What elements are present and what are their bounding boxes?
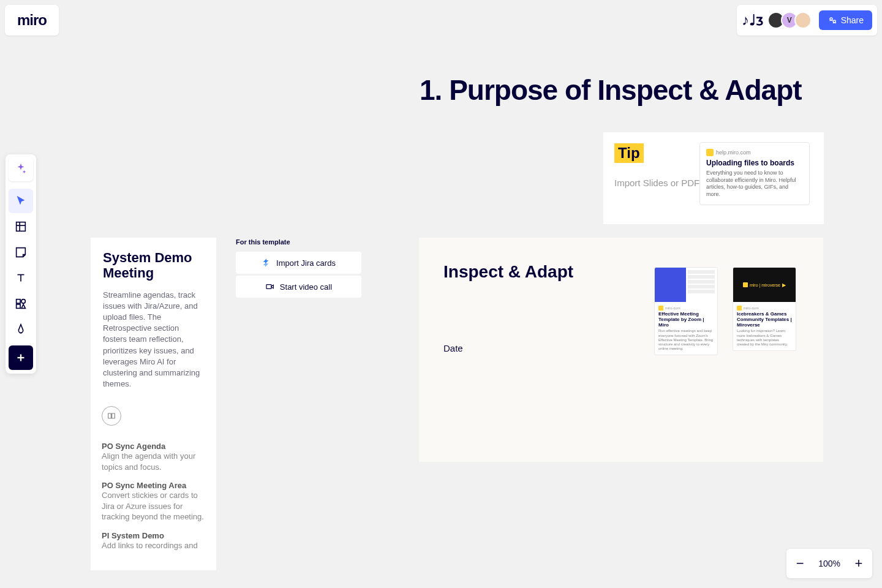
card-title: System Demo Meeting <box>103 250 204 281</box>
avatar[interactable] <box>794 12 812 29</box>
import-jira-button[interactable]: Import Jira cards <box>236 252 361 274</box>
pen-tool[interactable] <box>9 317 33 342</box>
thumb-label: miro | miroverse <box>743 282 786 288</box>
card-title: Effective Meeting Template by Zoom | Mir… <box>658 312 714 328</box>
card-desc: Run effective meetings and keep everyone… <box>658 329 714 351</box>
share-button[interactable]: Share <box>819 10 872 30</box>
agenda-card[interactable]: PO Sync Agenda Align the agenda with you… <box>91 395 216 570</box>
card-title: Icebreakers & Games Community Templates … <box>737 312 792 328</box>
share-icon <box>827 15 837 25</box>
select-tool[interactable] <box>9 189 33 213</box>
card-desc: Looking for inspiration? Learn more Iceb… <box>737 329 792 347</box>
template-label: For this template <box>236 238 290 246</box>
zoom-out-button[interactable]: − <box>793 556 807 571</box>
collaborator-avatars[interactable]: V <box>771 12 812 29</box>
agenda-item: PO Sync Agenda Align the agenda with you… <box>102 442 205 472</box>
zoom-controls: − 100% + <box>786 549 872 578</box>
add-tool[interactable] <box>9 345 33 370</box>
help-card[interactable]: help.miro.com Uploading files to boards … <box>699 142 810 205</box>
logo-box[interactable]: miro <box>5 5 59 36</box>
agenda-desc: Add links to recordings and <box>102 540 205 551</box>
agenda-title: PO Sync Agenda <box>102 442 205 451</box>
share-label: Share <box>841 15 864 25</box>
agenda-desc: Align the agenda with your topics and fo… <box>102 451 205 472</box>
template-card[interactable]: miro | miroverse miro.com Icebreakers & … <box>733 267 796 351</box>
card-desc: Streamline agendas, track issues with Ji… <box>103 290 204 390</box>
agenda-desc: Convert stickies or cards to Jira or Azu… <box>102 490 205 522</box>
btn-label: Import Jira cards <box>276 258 336 268</box>
btn-label: Start video call <box>280 282 332 292</box>
ai-tool[interactable] <box>9 157 33 181</box>
video-icon <box>265 282 275 292</box>
topbar: ♪♩ᴣ V Share <box>737 5 877 36</box>
sticky-tool[interactable] <box>9 240 33 265</box>
agenda-title: PI System Demo <box>102 531 205 540</box>
svg-point-8 <box>21 300 25 303</box>
toolbar <box>6 154 36 374</box>
card-source: miro.com <box>737 306 792 311</box>
frame-tool[interactable] <box>9 214 33 239</box>
card-source: miro.com <box>658 306 714 311</box>
book-icon <box>102 406 121 426</box>
help-title: Uploading files to boards <box>706 159 803 167</box>
template-card[interactable]: miro.com Effective Meeting Template by Z… <box>654 267 718 355</box>
jira-icon <box>262 258 271 268</box>
agenda-title: PO Sync Meeting Area <box>102 481 205 490</box>
svg-rect-7 <box>17 300 20 303</box>
reactions-icon[interactable]: ♪♩ᴣ <box>742 12 764 29</box>
text-tool[interactable] <box>9 266 33 290</box>
help-url: help.miro.com <box>706 149 803 156</box>
system-demo-card[interactable]: System Demo Meeting Streamline agendas, … <box>91 238 216 402</box>
miro-logo: miro <box>17 12 47 29</box>
agenda-item: PO Sync Meeting Area Convert stickies or… <box>102 481 205 522</box>
section-heading[interactable]: 1. Purpose of Inspect & Adapt <box>420 74 802 107</box>
zoom-level[interactable]: 100% <box>818 559 840 568</box>
zoom-in-button[interactable]: + <box>851 556 866 571</box>
svg-rect-13 <box>266 285 271 289</box>
svg-rect-9 <box>17 304 20 308</box>
tip-label: Tip <box>614 143 644 163</box>
shapes-tool[interactable] <box>9 292 33 316</box>
thumbnail: miro | miroverse <box>733 268 796 302</box>
thumbnail <box>655 268 717 302</box>
agenda-item: PI System Demo Add links to recordings a… <box>102 531 205 551</box>
svg-rect-2 <box>17 222 26 232</box>
start-video-button[interactable]: Start video call <box>236 276 361 298</box>
help-desc: Everything you need to know to collabora… <box>706 170 803 198</box>
